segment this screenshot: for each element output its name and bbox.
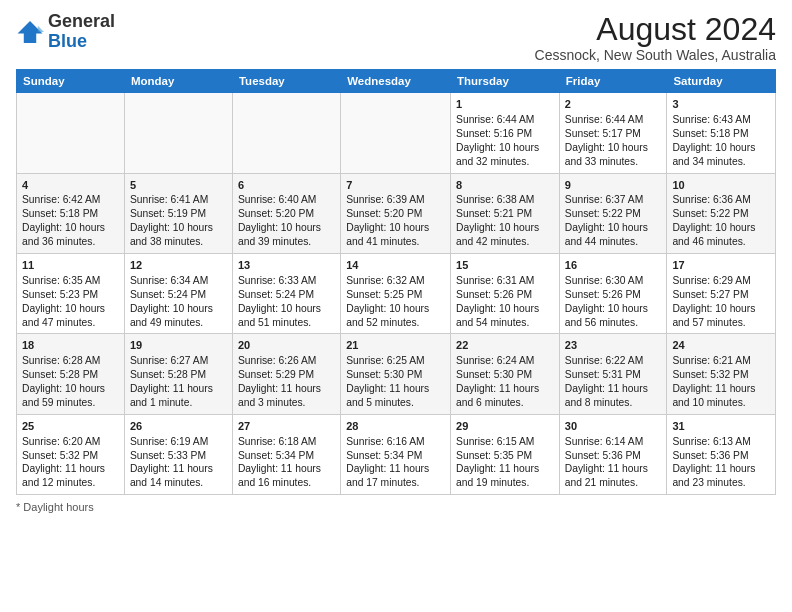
page: General Blue August 2024 Cessnock, New S… — [0, 0, 792, 612]
day-info: Sunset: 5:35 PM — [456, 449, 554, 463]
day-info: Sunset: 5:28 PM — [130, 368, 227, 382]
day-number: 9 — [565, 178, 662, 193]
day-info: Sunrise: 6:27 AM — [130, 354, 227, 368]
day-info: Daylight: 11 hours and 6 minutes. — [456, 382, 554, 410]
day-info: Sunset: 5:30 PM — [456, 368, 554, 382]
day-info: Daylight: 10 hours and 46 minutes. — [672, 221, 770, 249]
day-info: Sunset: 5:18 PM — [672, 127, 770, 141]
day-info: Sunset: 5:32 PM — [22, 449, 119, 463]
day-info: Daylight: 11 hours and 23 minutes. — [672, 462, 770, 490]
calendar-day-header: Thursday — [451, 70, 560, 93]
day-info: Sunset: 5:31 PM — [565, 368, 662, 382]
logo-blue: Blue — [48, 31, 87, 51]
day-number: 23 — [565, 338, 662, 353]
day-info: Daylight: 10 hours and 32 minutes. — [456, 141, 554, 169]
calendar-cell: 1Sunrise: 6:44 AMSunset: 5:16 PMDaylight… — [451, 93, 560, 173]
day-info: Sunrise: 6:25 AM — [346, 354, 445, 368]
day-info: Sunrise: 6:35 AM — [22, 274, 119, 288]
day-info: Sunrise: 6:19 AM — [130, 435, 227, 449]
day-info: Sunrise: 6:36 AM — [672, 193, 770, 207]
day-info: Daylight: 10 hours and 38 minutes. — [130, 221, 227, 249]
day-info: Daylight: 10 hours and 44 minutes. — [565, 221, 662, 249]
day-number: 25 — [22, 419, 119, 434]
day-info: Sunrise: 6:42 AM — [22, 193, 119, 207]
day-info: Daylight: 10 hours and 34 minutes. — [672, 141, 770, 169]
day-number: 17 — [672, 258, 770, 273]
calendar-cell: 21Sunrise: 6:25 AMSunset: 5:30 PMDayligh… — [341, 334, 451, 414]
calendar-header-row: SundayMondayTuesdayWednesdayThursdayFrid… — [17, 70, 776, 93]
day-info: Sunset: 5:34 PM — [238, 449, 335, 463]
day-number: 13 — [238, 258, 335, 273]
day-info: Daylight: 11 hours and 21 minutes. — [565, 462, 662, 490]
calendar-cell: 24Sunrise: 6:21 AMSunset: 5:32 PMDayligh… — [667, 334, 776, 414]
day-info: Daylight: 10 hours and 59 minutes. — [22, 382, 119, 410]
calendar-cell: 17Sunrise: 6:29 AMSunset: 5:27 PMDayligh… — [667, 254, 776, 334]
day-info: Sunset: 5:27 PM — [672, 288, 770, 302]
day-number: 28 — [346, 419, 445, 434]
day-info: Sunrise: 6:39 AM — [346, 193, 445, 207]
day-info: Daylight: 11 hours and 3 minutes. — [238, 382, 335, 410]
calendar-cell: 18Sunrise: 6:28 AMSunset: 5:28 PMDayligh… — [17, 334, 125, 414]
day-number: 26 — [130, 419, 227, 434]
subtitle: Cessnock, New South Wales, Australia — [535, 47, 776, 63]
day-info: Sunrise: 6:40 AM — [238, 193, 335, 207]
day-info: Sunrise: 6:41 AM — [130, 193, 227, 207]
calendar-cell: 13Sunrise: 6:33 AMSunset: 5:24 PMDayligh… — [232, 254, 340, 334]
day-info: Daylight: 11 hours and 12 minutes. — [22, 462, 119, 490]
day-number: 18 — [22, 338, 119, 353]
day-info: Sunrise: 6:16 AM — [346, 435, 445, 449]
day-info: Sunset: 5:20 PM — [346, 207, 445, 221]
day-number: 16 — [565, 258, 662, 273]
day-info: Daylight: 10 hours and 57 minutes. — [672, 302, 770, 330]
day-info: Daylight: 10 hours and 54 minutes. — [456, 302, 554, 330]
day-info: Sunset: 5:36 PM — [672, 449, 770, 463]
calendar-cell: 19Sunrise: 6:27 AMSunset: 5:28 PMDayligh… — [124, 334, 232, 414]
calendar-cell: 12Sunrise: 6:34 AMSunset: 5:24 PMDayligh… — [124, 254, 232, 334]
day-info: Daylight: 11 hours and 17 minutes. — [346, 462, 445, 490]
day-info: Daylight: 10 hours and 42 minutes. — [456, 221, 554, 249]
calendar-cell: 29Sunrise: 6:15 AMSunset: 5:35 PMDayligh… — [451, 414, 560, 494]
day-info: Sunrise: 6:38 AM — [456, 193, 554, 207]
logo-icon — [16, 18, 44, 46]
day-info: Daylight: 10 hours and 36 minutes. — [22, 221, 119, 249]
calendar-week-row: 11Sunrise: 6:35 AMSunset: 5:23 PMDayligh… — [17, 254, 776, 334]
day-info: Sunset: 5:18 PM — [22, 207, 119, 221]
day-info: Sunset: 5:29 PM — [238, 368, 335, 382]
day-number: 12 — [130, 258, 227, 273]
day-info: Sunrise: 6:26 AM — [238, 354, 335, 368]
day-number: 24 — [672, 338, 770, 353]
day-info: Sunrise: 6:20 AM — [22, 435, 119, 449]
day-info: Sunrise: 6:31 AM — [456, 274, 554, 288]
calendar-cell — [341, 93, 451, 173]
day-info: Sunrise: 6:37 AM — [565, 193, 662, 207]
day-number: 4 — [22, 178, 119, 193]
calendar-cell: 2Sunrise: 6:44 AMSunset: 5:17 PMDaylight… — [559, 93, 667, 173]
calendar-day-header: Saturday — [667, 70, 776, 93]
day-info: Sunset: 5:21 PM — [456, 207, 554, 221]
day-info: Sunrise: 6:30 AM — [565, 274, 662, 288]
calendar-cell: 5Sunrise: 6:41 AMSunset: 5:19 PMDaylight… — [124, 173, 232, 253]
day-info: Sunrise: 6:22 AM — [565, 354, 662, 368]
day-info: Sunset: 5:17 PM — [565, 127, 662, 141]
day-info: Daylight: 10 hours and 56 minutes. — [565, 302, 662, 330]
day-number: 11 — [22, 258, 119, 273]
day-number: 31 — [672, 419, 770, 434]
day-info: Sunrise: 6:28 AM — [22, 354, 119, 368]
calendar-cell: 20Sunrise: 6:26 AMSunset: 5:29 PMDayligh… — [232, 334, 340, 414]
day-number: 5 — [130, 178, 227, 193]
day-info: Sunset: 5:24 PM — [130, 288, 227, 302]
day-info: Sunset: 5:30 PM — [346, 368, 445, 382]
day-info: Sunrise: 6:32 AM — [346, 274, 445, 288]
daylight-hours-label: Daylight hours — [23, 501, 93, 513]
calendar-cell: 25Sunrise: 6:20 AMSunset: 5:32 PMDayligh… — [17, 414, 125, 494]
calendar-cell — [17, 93, 125, 173]
day-info: Sunset: 5:26 PM — [565, 288, 662, 302]
day-info: Sunset: 5:32 PM — [672, 368, 770, 382]
calendar-week-row: 1Sunrise: 6:44 AMSunset: 5:16 PMDaylight… — [17, 93, 776, 173]
day-number: 3 — [672, 97, 770, 112]
day-number: 8 — [456, 178, 554, 193]
day-info: Sunrise: 6:18 AM — [238, 435, 335, 449]
logo: General Blue — [16, 12, 115, 52]
day-info: Sunset: 5:22 PM — [565, 207, 662, 221]
footer-note: * Daylight hours — [16, 501, 776, 513]
